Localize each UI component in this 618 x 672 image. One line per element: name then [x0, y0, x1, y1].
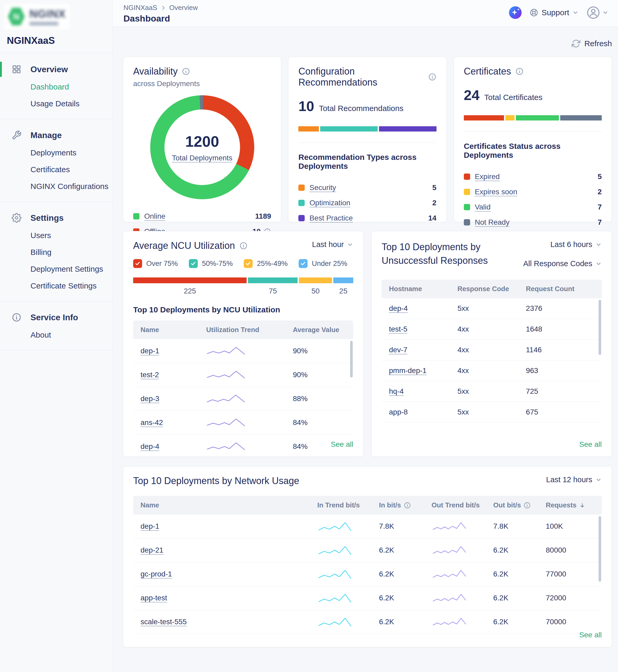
col-trend: Utilization Trend	[206, 326, 293, 334]
sidebar-section-manage[interactable]: Manage	[0, 126, 113, 144]
table-row: dep-4 5xx 2376	[382, 298, 602, 319]
legend-link-security[interactable]: Security	[309, 183, 336, 192]
hostname-link[interactable]: test-5	[389, 325, 407, 333]
sidebar-section-settings[interactable]: Settings	[0, 209, 113, 227]
legend-swatch	[464, 204, 470, 210]
info-icon[interactable]	[428, 73, 436, 81]
legend-row-best-practice: Best Practice 14	[298, 211, 436, 226]
legend-link-expired[interactable]: Expired	[475, 172, 500, 181]
requests-value: 100K	[546, 522, 594, 531]
main-content: Refresh Availability across Deployments …	[113, 27, 618, 647]
total-deployments-value: 1200	[185, 133, 219, 150]
sidebar-item-about[interactable]: About	[0, 326, 113, 343]
legend-link-not-ready[interactable]: Not Ready	[475, 218, 510, 227]
sidebar-item-certificates[interactable]: Certificates	[0, 161, 113, 178]
checkbox-under-25[interactable]: Under 25%	[299, 259, 347, 268]
hostname-link[interactable]: hq-4	[389, 387, 404, 396]
checkbox-label: Over 75%	[146, 260, 178, 268]
responses-range-dropdown[interactable]: Last 6 hours	[550, 240, 602, 249]
total-deployments-link[interactable]: Total Deployments	[172, 154, 232, 162]
deployment-link[interactable]: ans-42	[140, 418, 163, 427]
checkbox-box	[189, 259, 198, 268]
deployment-link[interactable]: dep-21	[140, 546, 164, 554]
support-menu[interactable]: Support	[529, 8, 579, 17]
network-range-dropdown[interactable]: Last 12 hours	[546, 476, 602, 484]
in-trend-sparkline	[317, 521, 357, 532]
legend-value: 1189	[255, 212, 271, 221]
sidebar-item-usage-details[interactable]: Usage Details	[0, 95, 113, 112]
ncu-range-dropdown[interactable]: Last hour	[312, 240, 353, 249]
ncu-table: Name Utilization Trend Average Value dep…	[133, 320, 353, 458]
col-response-code: Response Code	[457, 285, 526, 293]
hostname-link[interactable]: pmm-dep-1	[389, 367, 426, 375]
in-trend-sparkline	[317, 616, 357, 628]
legend-link-best-practice[interactable]: Best Practice	[309, 214, 353, 222]
info-icon[interactable]	[404, 502, 411, 509]
sidebar-item-billing[interactable]: Billing	[0, 244, 113, 261]
deployment-link[interactable]: test-2	[140, 371, 159, 379]
sidebar-item-users[interactable]: Users	[0, 227, 113, 244]
deployment-link[interactable]: dep-3	[140, 395, 160, 403]
sidebar: N NGINX NGINXaaS Overview Dashboard Usag…	[0, 0, 113, 672]
request-count: 1648	[526, 325, 594, 333]
scrollbar-thumb[interactable]	[599, 300, 601, 355]
breadcrumb-root[interactable]: NGINXaaS	[123, 4, 157, 12]
user-menu[interactable]	[587, 6, 609, 19]
responses-see-all-link[interactable]: See all	[579, 440, 602, 448]
response-codes-dropdown[interactable]: All Response Codes	[523, 259, 602, 268]
deployment-link[interactable]: dep-1	[140, 347, 160, 355]
col-name: Name	[140, 326, 206, 334]
sidebar-section-service-info[interactable]: Service Info	[0, 308, 113, 326]
legend-link-expires-soon[interactable]: Expires soon	[475, 188, 517, 196]
deployment-link[interactable]: gc-prod-1	[140, 570, 172, 578]
requests-value: 77000	[546, 570, 594, 578]
ncu-see-all-link[interactable]: See all	[331, 440, 353, 448]
grid-icon	[12, 64, 21, 74]
info-icon[interactable]	[239, 242, 248, 250]
info-icon[interactable]	[182, 67, 190, 76]
wrench-icon	[12, 130, 21, 140]
info-icon[interactable]	[523, 502, 531, 509]
sidebar-section-label: Manage	[30, 130, 62, 140]
network-range-value: Last 12 hours	[546, 476, 592, 484]
ai-assistant-button[interactable]	[509, 6, 522, 19]
sidebar-item-nginx-configurations[interactable]: NGINX Configurations	[0, 178, 113, 195]
legend-row-online: Online 1189	[133, 209, 271, 224]
deployment-link[interactable]: dep-4	[140, 442, 160, 451]
checkbox-over-75[interactable]: Over 75%	[133, 259, 178, 268]
table-row: dep-1 90%	[133, 339, 353, 363]
support-label: Support	[541, 8, 569, 17]
sidebar-item-certificate-settings[interactable]: Certificate Settings	[0, 277, 113, 294]
table-row: ans-42 84%	[133, 411, 353, 435]
nginx-hexagon-icon: N	[8, 7, 25, 26]
bar-label: 50	[299, 287, 332, 295]
refresh-icon	[571, 39, 581, 48]
hostname-link[interactable]: dep-4	[389, 304, 408, 313]
refresh-button[interactable]: Refresh	[123, 36, 612, 51]
hostname-link[interactable]: dev-7	[389, 346, 407, 354]
scrollbar-thumb[interactable]	[350, 341, 353, 378]
checkbox-50-75[interactable]: 50%-75%	[189, 259, 233, 268]
sidebar-item-deployments[interactable]: Deployments	[0, 144, 113, 161]
chevron-down-icon	[347, 242, 353, 248]
scrollbar-thumb[interactable]	[599, 516, 601, 582]
table-row: dep-21 6.2K 6.2K 80000	[133, 538, 602, 562]
utilization-sparkline	[206, 441, 245, 452]
legend-link-optimization[interactable]: Optimization	[309, 199, 350, 207]
deployment-link[interactable]: app-test	[140, 594, 167, 602]
legend-value: 2	[598, 188, 602, 196]
network-see-all-link[interactable]: See all	[579, 631, 602, 639]
sidebar-item-deployment-settings[interactable]: Deployment Settings	[0, 261, 113, 277]
legend-link-online[interactable]: Online	[144, 212, 166, 221]
sidebar-section-overview[interactable]: Overview	[0, 60, 113, 79]
avatar-icon	[587, 6, 600, 19]
deployment-link[interactable]: dep-1	[140, 522, 160, 531]
col-requests-sort[interactable]: Requests	[546, 501, 594, 509]
checkbox-25-49[interactable]: 25%-49%	[244, 259, 288, 268]
sidebar-item-dashboard[interactable]: Dashboard	[0, 79, 113, 95]
divider	[0, 301, 113, 301]
legend-link-valid[interactable]: Valid	[475, 203, 491, 211]
info-icon[interactable]	[515, 67, 524, 76]
deployment-link[interactable]: scale-test-555	[140, 618, 187, 626]
bar-segment-expires-soon	[505, 115, 515, 121]
